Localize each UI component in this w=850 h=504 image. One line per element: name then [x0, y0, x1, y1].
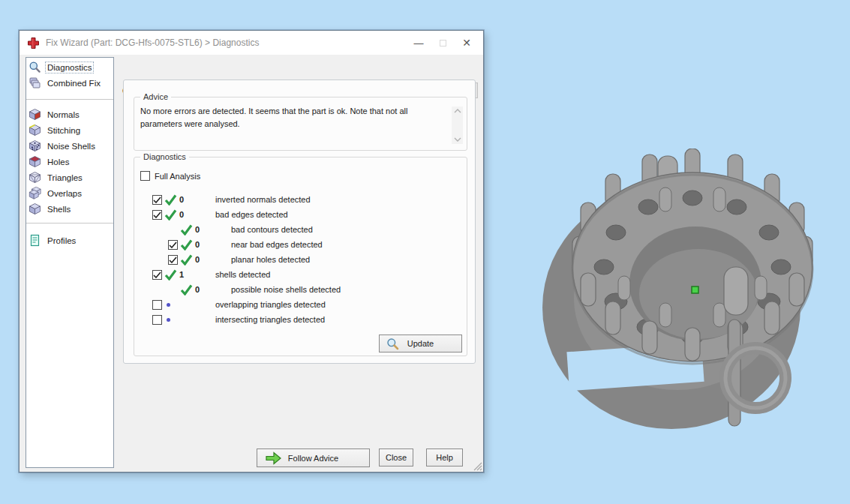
resize-grip[interactable]: [472, 460, 482, 471]
diagnostics-title: Diagnostics: [140, 152, 189, 161]
ok-check-icon: [164, 209, 179, 220]
3d-model-ring: [521, 148, 836, 434]
sidebar-item-combined-fix[interactable]: Combined Fix: [29, 75, 111, 91]
3d-viewport[interactable]: [521, 148, 836, 434]
main-panel: Advice No more errors are detected. It s…: [123, 80, 476, 364]
sidebar-item-noise-shells[interactable]: Noise Shells: [29, 138, 111, 154]
diag-row-planar-holes: 0 planar holes detected: [134, 252, 467, 267]
advice-scrollbar[interactable]: [452, 106, 463, 144]
scroll-up-icon[interactable]: [454, 109, 461, 113]
advice-title: Advice: [140, 92, 171, 101]
magnifier-icon: [29, 61, 41, 74]
cube-red-face-icon: [29, 108, 41, 121]
sidebar-separator: [26, 99, 113, 100]
diag-row-possible-noise-shells: 0 possible noise shells detected: [134, 282, 467, 297]
diag-row-inverted-normals: 0 inverted normals detected: [134, 192, 467, 207]
sidebar-separator: [26, 223, 113, 224]
idle-dot-icon: [164, 318, 179, 322]
vertex-marker: [692, 286, 698, 293]
maximize-button[interactable]: [431, 31, 455, 55]
update-button[interactable]: Update: [379, 334, 462, 352]
cube-plain-icon: [29, 202, 41, 215]
wizard-steps-list: Diagnostics Combined Fix Normals Stitchi…: [26, 57, 114, 468]
sidebar-item-normals[interactable]: Normals: [29, 106, 111, 122]
close-button[interactable]: Close: [379, 448, 413, 466]
cube-dots-icon: [29, 140, 41, 152]
close-window-button[interactable]: ✕: [455, 31, 479, 55]
titlebar[interactable]: Fix Wizard (Part: DCG-Hfs-0075-STL6) > D…: [20, 31, 483, 55]
checkbox-unchecked[interactable]: [152, 315, 162, 325]
full-analysis-label: Full Analysis: [155, 172, 200, 181]
checkbox-checked[interactable]: [168, 255, 178, 265]
red-cross-icon: [27, 37, 40, 50]
diag-row-near-bad-edges: 0 near bad edges detected: [134, 237, 467, 252]
checkbox-checked[interactable]: [168, 240, 178, 250]
checkbox-checked[interactable]: [152, 195, 162, 205]
ok-check-icon: [180, 224, 195, 236]
diag-row-bad-contours: 0 bad contours detected: [134, 222, 467, 237]
maximize-icon: [440, 40, 446, 46]
sidebar-item-overlaps[interactable]: Overlaps: [29, 185, 111, 201]
sidebar-item-profiles[interactable]: Profiles: [29, 232, 111, 248]
sidebar-item-diagnostics[interactable]: Diagnostics: [29, 59, 111, 75]
diag-row-overlapping-triangles: overlapping triangles detected: [134, 297, 467, 312]
stacked-cubes-icon: [29, 76, 41, 89]
diag-row-intersecting-triangles: intersecting triangles detected: [134, 312, 467, 327]
help-button[interactable]: Help: [426, 448, 463, 466]
green-arrow-icon: [265, 450, 283, 466]
checkbox-checked[interactable]: [152, 210, 162, 220]
ok-check-icon: [180, 239, 195, 250]
cube-yellow-edge-icon: [29, 124, 41, 136]
checkbox-checked[interactable]: [152, 270, 162, 280]
magnifier-icon: [386, 338, 399, 350]
cube-wireframe-icon: [29, 171, 41, 184]
sidebar-item-stitching[interactable]: Stitching: [29, 122, 111, 138]
ok-check-icon: [180, 284, 195, 296]
document-icon: [29, 234, 41, 247]
advice-text: No more errors are detected. It seems th…: [140, 105, 446, 130]
advice-groupbox: Advice No more errors are detected. It s…: [134, 97, 467, 151]
sidebar-item-triangles[interactable]: Triangles: [29, 170, 111, 185]
minimize-button[interactable]: —: [407, 31, 431, 55]
full-analysis-checkbox[interactable]: [140, 171, 150, 181]
checkbox-unchecked[interactable]: [152, 300, 162, 310]
idle-dot-icon: [164, 303, 179, 307]
follow-advice-button[interactable]: Follow Advice: [257, 448, 370, 467]
scroll-down-icon[interactable]: [454, 137, 461, 142]
sidebar-item-holes[interactable]: Holes: [29, 154, 111, 170]
diag-row-bad-edges: 0 bad edges detected: [134, 207, 467, 222]
sidebar-item-shells[interactable]: Shells: [29, 201, 111, 217]
ok-check-icon: [180, 254, 195, 266]
cube-red-top-icon: [29, 155, 41, 168]
diagnostics-groupbox: Diagnostics Full Analysis 0 inverted nor…: [134, 157, 467, 356]
fix-wizard-dialog: Fix Wizard (Part: DCG-Hfs-0075-STL6) > D…: [19, 30, 484, 472]
window-title: Fix Wizard (Part: DCG-Hfs-0075-STL6) > D…: [46, 38, 259, 48]
full-analysis-row: Full Analysis: [140, 171, 200, 181]
cubes-overlap-icon: [29, 187, 41, 200]
ok-check-icon: [164, 194, 179, 206]
ok-check-icon: [164, 269, 179, 280]
diag-row-shells: 1 shells detected: [134, 267, 467, 282]
